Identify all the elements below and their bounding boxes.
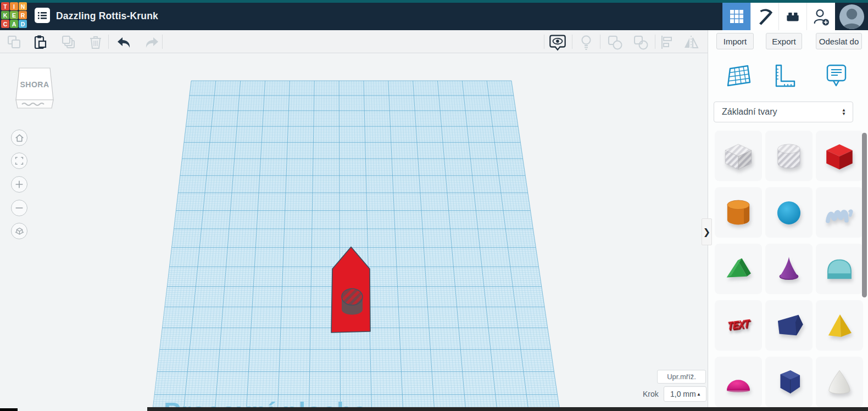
undo-button[interactable] bbox=[115, 33, 133, 51]
notes-icon bbox=[823, 62, 849, 91]
blocks-grid-icon bbox=[730, 9, 744, 24]
import-button[interactable]: Import bbox=[716, 33, 754, 49]
shape-tile-text[interactable]: TEXT bbox=[715, 300, 762, 351]
paste-icon bbox=[31, 33, 49, 51]
brick-export-button[interactable] bbox=[778, 3, 806, 30]
notes-tool-button[interactable] bbox=[823, 62, 849, 91]
trash-icon bbox=[87, 33, 104, 51]
brick-icon bbox=[783, 7, 802, 26]
workplane-tool-button[interactable] bbox=[725, 62, 752, 91]
logo-letter: I bbox=[10, 2, 18, 10]
select-arrows-icon: ▲▼ bbox=[842, 108, 846, 116]
align-button[interactable] bbox=[658, 33, 676, 51]
shape-tile-sphere[interactable] bbox=[765, 187, 813, 238]
ruler-icon bbox=[769, 62, 795, 91]
shape-tile-hole-cylinder[interactable] bbox=[765, 131, 813, 181]
design-menu-icon[interactable] bbox=[34, 7, 51, 24]
roof-icon bbox=[721, 251, 756, 286]
tinkercad-app: Pracovní plocha T I N K E R C A D bbox=[0, 0, 868, 411]
fit-view-button[interactable] bbox=[11, 153, 27, 169]
show-all-button[interactable] bbox=[548, 33, 566, 50]
minecraft-pickaxe-icon bbox=[755, 7, 774, 26]
shape-tile-roof[interactable] bbox=[715, 244, 762, 294]
eye-bubble-icon bbox=[548, 33, 567, 52]
bottom-edge-bar bbox=[147, 407, 868, 411]
align-icon bbox=[658, 33, 676, 51]
ungroup-button[interactable] bbox=[632, 33, 649, 51]
copy-button[interactable] bbox=[5, 33, 23, 51]
chevron-right-icon: ❯ bbox=[703, 227, 710, 237]
copy-icon bbox=[5, 33, 23, 51]
shape-tile-cone[interactable] bbox=[765, 244, 813, 294]
logo-letter: E bbox=[10, 11, 18, 19]
lightbulb-icon bbox=[577, 33, 595, 51]
hole-cylinder-icon bbox=[771, 138, 806, 173]
minus-icon bbox=[15, 204, 24, 212]
cylinder-icon bbox=[721, 195, 756, 230]
category-value: Základní tvary bbox=[714, 107, 842, 117]
delete-button[interactable] bbox=[87, 33, 104, 51]
mirror-button[interactable] bbox=[682, 33, 700, 51]
shape-tile-half-sphere[interactable] bbox=[715, 357, 762, 407]
shape-tile-hexagonal-prism[interactable] bbox=[765, 357, 813, 407]
hole-box-icon bbox=[721, 138, 756, 173]
invite-button[interactable] bbox=[806, 3, 834, 30]
shape-tile-polygon[interactable] bbox=[765, 300, 813, 351]
invite-person-icon bbox=[811, 7, 831, 26]
shape-tile-box[interactable] bbox=[816, 131, 863, 181]
shapes-scrollbar[interactable] bbox=[862, 133, 867, 297]
view-cube[interactable]: SHORA bbox=[13, 66, 56, 113]
hexagonal-prism-icon bbox=[771, 364, 806, 399]
snap-grid-select[interactable]: 1,0 mm ▲ bbox=[664, 386, 706, 402]
ruler-tool-button[interactable] bbox=[769, 62, 795, 91]
redo-button[interactable] bbox=[143, 33, 160, 51]
workplane[interactable]: Pracovní plocha bbox=[151, 81, 561, 411]
edit-grid-button[interactable]: Upr.mříž. bbox=[657, 370, 706, 384]
shape-tile-cylinder[interactable] bbox=[715, 187, 762, 238]
shape-tile-scribble[interactable] bbox=[816, 187, 863, 238]
minecraft-export-button[interactable] bbox=[750, 3, 778, 30]
logo-letter: D bbox=[19, 20, 27, 28]
tinkercad-logo[interactable]: T I N K E R C A D bbox=[1, 2, 29, 29]
shape-tile-hole-box[interactable] bbox=[715, 131, 762, 181]
toolbar-divider bbox=[544, 35, 544, 49]
logo-letter: N bbox=[19, 2, 27, 10]
shape-tile-round-roof[interactable] bbox=[816, 244, 863, 294]
sphere-icon bbox=[771, 195, 806, 230]
logo-letter: A bbox=[10, 20, 18, 28]
light-button[interactable] bbox=[577, 33, 595, 51]
logo-letter: R bbox=[19, 11, 27, 19]
snap-grid-label: Krok bbox=[643, 390, 659, 398]
avatar[interactable] bbox=[839, 4, 865, 30]
redo-icon bbox=[143, 33, 160, 51]
ungroup-icon bbox=[632, 33, 649, 51]
collapse-panel-handle[interactable]: ❯ bbox=[702, 218, 712, 245]
perspective-toggle-button[interactable] bbox=[11, 223, 27, 239]
export-button[interactable]: Export bbox=[766, 33, 802, 49]
pyramid-icon bbox=[822, 308, 857, 343]
zoom-in-button[interactable] bbox=[11, 176, 27, 193]
shape-tile-paraboloid[interactable] bbox=[816, 357, 863, 407]
shape-tile-pyramid[interactable] bbox=[816, 300, 863, 351]
logo-letter: K bbox=[1, 11, 9, 19]
perspective-cube-icon bbox=[15, 227, 24, 236]
shapes-panel: Import Export Odeslat do bbox=[708, 30, 868, 411]
blocks-editor-button[interactable] bbox=[722, 3, 750, 30]
avatar-zone bbox=[835, 3, 868, 30]
undo-icon bbox=[115, 33, 133, 51]
box-icon bbox=[822, 138, 857, 173]
workplane-icon bbox=[725, 62, 752, 91]
topbar: T I N K E R C A D Dazzling Rottis-Krunk bbox=[0, 0, 868, 30]
logo-letter: T bbox=[1, 2, 9, 10]
paste-button[interactable] bbox=[31, 33, 49, 51]
home-view-button[interactable] bbox=[11, 130, 27, 146]
bottom-left-edge-bar bbox=[0, 408, 18, 411]
group-button[interactable] bbox=[606, 33, 624, 51]
toolbar-divider bbox=[600, 35, 600, 49]
send-to-button[interactable]: Odeslat do bbox=[816, 33, 862, 49]
view-cube-top-label: SHORA bbox=[20, 80, 49, 89]
zoom-out-button[interactable] bbox=[11, 200, 27, 216]
duplicate-button[interactable] bbox=[60, 33, 77, 51]
shape-category-select[interactable]: Základní tvary ▲▼ bbox=[714, 102, 853, 122]
toolbar-divider bbox=[108, 35, 109, 49]
